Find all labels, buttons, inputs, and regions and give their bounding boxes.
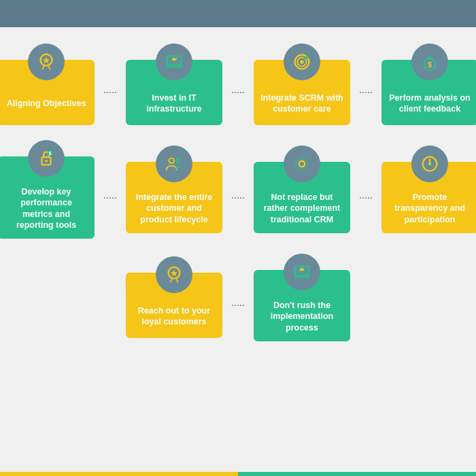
card-label-integrate-lifecycle: Integrate the entire customer and produc… [126,186,222,233]
row-0: Aligning ObjectivesInvest in IT infrastr… [20,41,456,125]
icon-laptop2 [284,254,320,290]
card-integrate-lifecycle[interactable]: Integrate the entire customer and produc… [126,162,222,233]
svg-text:$: $ [49,151,52,156]
icon-people [156,146,192,182]
icon-target [284,44,320,80]
icon-award2 [156,256,192,293]
icon-award [28,44,65,80]
dotted-connector [104,92,116,93]
card-label-integrate-scrm: Integrate SCRM with customer care [254,84,350,125]
content-area: Aligning ObjectivesInvest in IT infrastr… [0,27,476,472]
page-wrapper: Aligning ObjectivesInvest in IT infrastr… [0,0,476,476]
card-label-promote-transparency: Promote transparency and participation [381,186,476,233]
svg-line-29 [170,278,172,283]
dotted-connector [232,305,244,306]
card-wrapper-promote-transparency: Promote transparency and participation [381,162,476,233]
card-label-invest-it: Invest in IT infrastructure [126,84,222,125]
card-label-perform-analysis: Perform analysis on client feedback [381,84,476,125]
page-header [0,0,476,27]
icon-lock-coins: $ [28,140,65,177]
card-develop-metrics[interactable]: $Develop key performance metrics and rep… [0,156,95,239]
footer-green [238,472,476,476]
dotted-connector [360,197,372,199]
card-invest-it[interactable]: Invest in IT infrastructure [126,60,222,125]
card-wrapper-aligning-objectives: Aligning Objectives [0,60,95,125]
footer-bar [0,472,476,476]
icon-moneybag: $ [411,44,448,80]
dotted-connector [232,197,244,199]
svg-marker-1 [43,57,50,64]
card-wrapper-integrate-scrm: Integrate SCRM with customer care [254,60,350,125]
card-label-develop-metrics: Develop key performance metrics and repo… [0,181,95,239]
card-label-dont-rush: Don't rush the implementation process [254,294,350,341]
svg-rect-6 [172,58,176,61]
card-reach-out[interactable]: Reach out to your loyal customers [126,273,222,338]
row-2: Reach out to your loyal customersDon't r… [20,251,456,341]
card-aligning-objectives[interactable]: Aligning Objectives [0,60,95,125]
card-wrapper-integrate-lifecycle: Integrate the entire customer and produc… [126,162,222,233]
card-wrapper-develop-metrics: $Develop key performance metrics and rep… [0,156,95,239]
row-1: $Develop key performance metrics and rep… [20,137,456,239]
svg-line-2 [42,65,44,70]
svg-point-7 [176,58,177,59]
card-integrate-scrm[interactable]: Integrate SCRM with customer care [254,60,350,125]
svg-point-26 [428,163,431,165]
dotted-connector [360,92,372,93]
card-wrapper-not-replace: Not replace but rather complement tradit… [254,162,350,233]
card-not-replace[interactable]: Not replace but rather complement tradit… [254,162,350,233]
footer-yellow [0,472,238,476]
svg-point-22 [296,158,308,170]
svg-point-21 [299,161,305,167]
card-promote-transparency[interactable]: Promote transparency and participation [381,162,476,233]
svg-line-3 [48,65,50,70]
icon-gear [284,146,320,182]
icon-clock [411,146,448,182]
card-wrapper-perform-analysis: $Perform analysis on client feedback [381,60,476,125]
svg-point-20 [176,159,180,163]
svg-marker-28 [171,270,177,277]
card-wrapper-reach-out: Reach out to your loyal customers [126,273,222,338]
card-label-aligning-objectives: Aligning Objectives [0,84,95,125]
svg-point-19 [169,158,175,164]
card-label-not-replace: Not replace but rather complement tradit… [254,186,350,233]
card-perform-analysis[interactable]: $Perform analysis on client feedback [381,60,476,125]
svg-rect-33 [300,268,304,271]
card-wrapper-invest-it: Invest in IT infrastructure [126,60,222,125]
dotted-connector [104,197,116,199]
svg-point-14 [428,57,432,60]
svg-text:$: $ [428,61,432,69]
card-label-reach-out: Reach out to your loyal customers [126,297,222,338]
card-dont-rush[interactable]: Don't rush the implementation process [254,270,350,341]
icon-laptop [156,44,192,80]
svg-point-16 [45,160,48,163]
card-wrapper-dont-rush: Don't rush the implementation process [254,270,350,341]
dotted-connector [232,92,244,93]
svg-line-30 [176,278,178,283]
